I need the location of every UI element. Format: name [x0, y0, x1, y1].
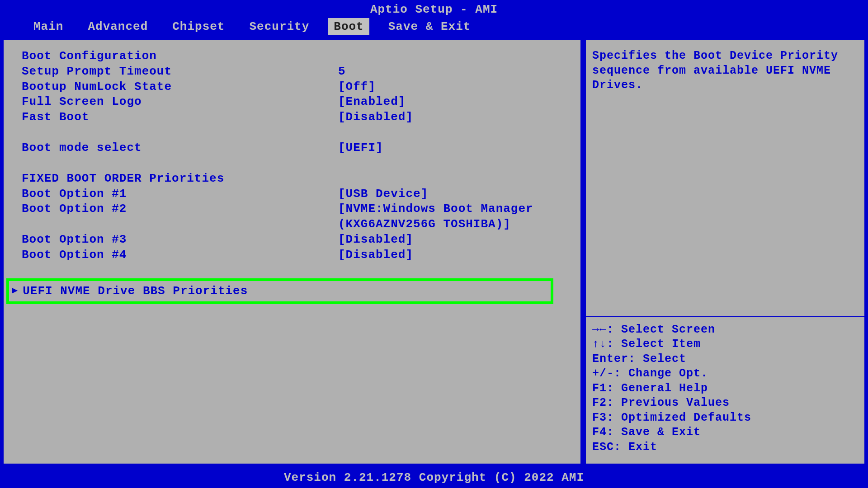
- boot-option-4-value: [Disabled]: [338, 248, 562, 263]
- bootup-numlock-value: [Off]: [338, 80, 562, 95]
- boot-mode-select-label: Boot mode select: [22, 141, 338, 156]
- key-hints: →←: Select Screen ↑↓: Select Item Enter:…: [592, 323, 858, 455]
- uefi-nvme-bbs-label: UEFI NVME Drive BBS Priorities: [23, 284, 248, 299]
- uefi-nvme-bbs-priorities[interactable]: ▶ UEFI NVME Drive BBS Priorities: [6, 278, 553, 305]
- hint-esc: ESC: Exit: [592, 440, 858, 455]
- boot-mode-select-value: [UEFI]: [338, 141, 562, 156]
- settings-panel: Boot Configuration Setup Prompt Timeout …: [3, 39, 581, 465]
- hint-f3: F3: Optimized Defaults: [592, 411, 858, 426]
- full-screen-logo-value: [Enabled]: [338, 94, 562, 110]
- help-text: Specifies the Boot Device Priority seque…: [592, 49, 858, 93]
- hint-select-screen: →←: Select Screen: [592, 323, 858, 338]
- hint-f1: F1: General Help: [592, 381, 858, 396]
- boot-mode-select-row[interactable]: Boot mode select [UEFI]: [22, 141, 562, 156]
- title-bar: Aptio Setup - AMI: [1, 1, 867, 18]
- bootup-numlock-label: Bootup NumLock State: [22, 80, 338, 95]
- boot-option-1-value: [USB Device]: [338, 187, 562, 202]
- help-divider: [586, 316, 864, 317]
- boot-option-3-row[interactable]: Boot Option #3 [Disabled]: [22, 232, 562, 248]
- bootup-numlock-row[interactable]: Bootup NumLock State [Off]: [22, 80, 562, 95]
- boot-option-4-row[interactable]: Boot Option #4 [Disabled]: [22, 248, 562, 263]
- boot-option-4-label: Boot Option #4: [22, 248, 338, 263]
- hint-f2: F2: Previous Values: [592, 396, 858, 411]
- fast-boot-value: [Disabled]: [338, 110, 562, 125]
- full-screen-logo-label: Full Screen Logo: [22, 94, 338, 110]
- fast-boot-label: Fast Boot: [22, 110, 338, 125]
- hint-select-item: ↑↓: Select Item: [592, 337, 858, 352]
- full-screen-logo-row[interactable]: Full Screen Logo [Enabled]: [22, 94, 562, 110]
- hint-change-opt: +/-: Change Opt.: [592, 366, 858, 381]
- menu-advanced[interactable]: Advanced: [82, 18, 153, 35]
- footer: Version 2.21.1278 Copyright (C) 2022 AMI: [1, 468, 867, 487]
- hint-f4: F4: Save & Exit: [592, 425, 858, 440]
- menu-main[interactable]: Main: [28, 18, 69, 35]
- submenu-arrow-icon: ▶: [12, 285, 18, 298]
- boot-option-2-row[interactable]: Boot Option #2 [NVME:Windows Boot Manage…: [22, 202, 562, 232]
- menu-save-exit[interactable]: Save & Exit: [383, 18, 476, 35]
- boot-option-2-value: [NVME:Windows Boot Manager (KXG6AZNV256G…: [338, 202, 562, 232]
- fixed-boot-order-header: FIXED BOOT ORDER Priorities: [22, 171, 562, 187]
- boot-option-2-label: Boot Option #2: [22, 202, 338, 217]
- help-panel: Specifies the Boot Device Priority seque…: [585, 39, 865, 465]
- menu-security[interactable]: Security: [244, 18, 315, 35]
- setup-prompt-timeout-row[interactable]: Setup Prompt Timeout 5: [22, 64, 562, 80]
- boot-option-3-label: Boot Option #3: [22, 232, 338, 248]
- hint-enter: Enter: Select: [592, 352, 858, 367]
- menu-boot[interactable]: Boot: [328, 18, 369, 35]
- setup-prompt-timeout-label: Setup Prompt Timeout: [22, 64, 338, 80]
- menu-chipset[interactable]: Chipset: [167, 18, 230, 35]
- boot-config-header: Boot Configuration: [22, 49, 562, 64]
- fast-boot-row[interactable]: Fast Boot [Disabled]: [22, 110, 562, 125]
- boot-option-3-value: [Disabled]: [338, 232, 562, 248]
- boot-option-1-row[interactable]: Boot Option #1 [USB Device]: [22, 187, 562, 202]
- menu-bar: Main Advanced Chipset Security Boot Save…: [1, 18, 867, 35]
- boot-option-1-label: Boot Option #1: [22, 187, 338, 202]
- setup-prompt-timeout-value: 5: [338, 64, 562, 80]
